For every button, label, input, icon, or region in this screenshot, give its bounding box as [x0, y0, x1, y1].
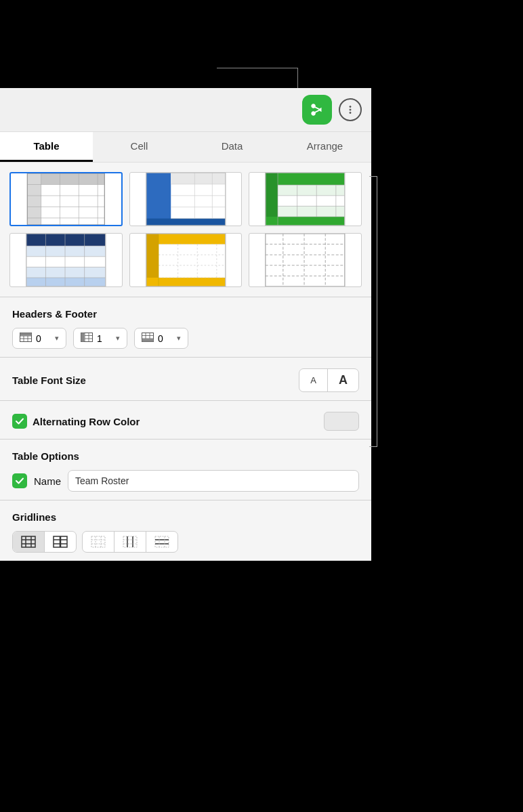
tab-arrange[interactable]: Arrange — [278, 132, 371, 162]
svg-rect-105 — [91, 536, 105, 547]
alternating-row-row: Alternating Row Color — [12, 412, 359, 431]
header-rows-icon — [20, 333, 32, 344]
svg-rect-96 — [22, 536, 35, 547]
tab-bar: Table Cell Data Arrange — [0, 132, 371, 163]
header-cols-select[interactable]: 1 ▾ — [73, 328, 127, 349]
font-size-increase[interactable]: A — [328, 369, 358, 391]
footer-rows-icon-svg — [142, 333, 154, 342]
table-name-checkbox[interactable] — [12, 473, 27, 488]
svg-rect-32 — [266, 217, 345, 226]
svg-rect-16 — [146, 173, 170, 226]
svg-point-0 — [350, 106, 351, 107]
svg-point-1 — [350, 109, 351, 110]
hf-controls-row: 0 ▾ 1 ▾ — [12, 328, 359, 349]
headers-footer-title: Headers & Footer — [12, 308, 359, 320]
table-name-row: Name — [12, 470, 359, 492]
table-name-input[interactable] — [68, 470, 359, 492]
gridlines-horizontal-btn[interactable] — [146, 532, 177, 552]
gridlines-controls-row — [12, 531, 359, 553]
svg-rect-59 — [146, 278, 225, 286]
svg-rect-91 — [142, 339, 154, 342]
table-style-4[interactable] — [9, 233, 123, 287]
table-options-title: Table Options — [12, 450, 359, 462]
style5-svg — [130, 234, 242, 286]
header-cols-chevron: ▾ — [116, 334, 120, 343]
svg-rect-79 — [20, 333, 32, 336]
top-bar — [0, 88, 371, 132]
gridlines-group-2 — [82, 531, 178, 553]
svg-rect-115 — [155, 536, 169, 547]
table-style-3[interactable] — [249, 172, 362, 226]
style4-svg — [10, 234, 122, 286]
style1-svg — [11, 173, 121, 225]
gridlines-inner-btn[interactable] — [45, 532, 76, 552]
alternating-row-checkbox[interactable] — [12, 414, 27, 429]
table-options-section: Table Options Name — [0, 440, 371, 500]
gridlines-section: Gridlines — [0, 500, 371, 561]
header-cols-icon — [81, 333, 93, 344]
gridlines-all-btn[interactable] — [13, 532, 45, 552]
svg-rect-17 — [171, 173, 226, 184]
checkbox-checkmark — [15, 416, 24, 426]
connector-line — [217, 68, 298, 88]
header-cols-value: 1 — [97, 333, 102, 344]
format-panel: Table Cell Data Arrange — [0, 88, 371, 561]
table-name-label: Name — [34, 475, 61, 487]
app-icon-svg — [308, 101, 326, 119]
tab-data[interactable]: Data — [186, 132, 278, 162]
svg-rect-44 — [26, 246, 106, 257]
svg-rect-31 — [278, 206, 345, 217]
header-rows-select[interactable]: 0 ▾ — [12, 328, 66, 349]
table-style-2[interactable] — [129, 172, 243, 226]
footer-rows-icon — [142, 333, 154, 344]
table-style-6[interactable] — [249, 233, 362, 287]
gridlines-none-icon — [91, 536, 106, 548]
svg-rect-85 — [81, 333, 85, 342]
header-cols-icon-svg — [81, 333, 93, 342]
svg-point-2 — [350, 112, 351, 113]
svg-rect-5 — [27, 173, 41, 225]
table-style-5[interactable] — [129, 233, 243, 287]
footer-rows-select[interactable]: 0 ▾ — [134, 328, 188, 349]
style3-svg — [249, 173, 361, 226]
svg-rect-18 — [146, 219, 225, 226]
tab-table[interactable]: Table — [0, 132, 93, 162]
gridlines-inner-icon — [53, 536, 68, 548]
gridlines-title: Gridlines — [12, 511, 359, 523]
menu-icon-svg — [344, 104, 356, 116]
table-styles-grid — [0, 163, 371, 297]
name-checkbox-checkmark — [15, 476, 24, 486]
gridlines-none-btn[interactable] — [83, 532, 114, 552]
style2-svg — [130, 173, 242, 226]
font-size-label: Table Font Size — [12, 375, 86, 386]
gridlines-vertical-icon — [123, 536, 138, 548]
header-rows-icon-svg — [20, 333, 32, 342]
svg-rect-43 — [26, 234, 106, 246]
font-size-row: Table Font Size A A — [12, 368, 359, 392]
gridlines-vertical-btn[interactable] — [114, 532, 146, 552]
side-bracket — [369, 176, 377, 447]
table-style-1[interactable] — [9, 172, 123, 226]
alternating-row-section: Alternating Row Color — [0, 401, 371, 439]
tab-cell[interactable]: Cell — [93, 132, 186, 162]
gridlines-horizontal-icon — [154, 536, 169, 548]
headers-footer-section: Headers & Footer 0 ▾ — [0, 297, 371, 357]
font-size-decrease[interactable]: A — [299, 369, 328, 391]
alternating-row-label: Alternating Row Color — [33, 416, 140, 427]
footer-rows-chevron: ▾ — [177, 334, 181, 343]
svg-rect-29 — [278, 185, 345, 196]
font-size-controls: A A — [299, 368, 359, 392]
svg-rect-30 — [278, 196, 345, 207]
footer-rows-value: 0 — [158, 333, 163, 344]
header-rows-value: 0 — [36, 333, 41, 344]
svg-rect-69 — [266, 234, 345, 286]
gridlines-group-1 — [12, 531, 77, 553]
svg-rect-45 — [26, 257, 106, 268]
style6-svg — [249, 234, 361, 286]
app-icon — [302, 95, 332, 125]
alternating-row-color-swatch[interactable] — [324, 412, 359, 431]
menu-icon[interactable] — [339, 98, 362, 121]
svg-rect-110 — [123, 536, 137, 547]
svg-rect-46 — [26, 267, 106, 278]
gridlines-all-icon — [21, 536, 36, 548]
